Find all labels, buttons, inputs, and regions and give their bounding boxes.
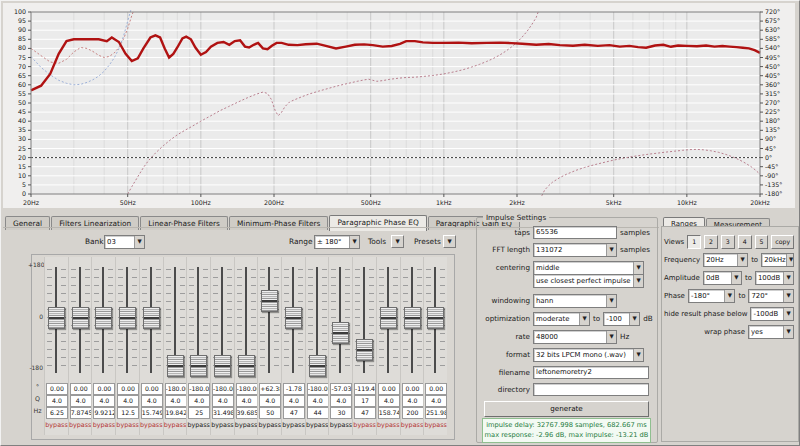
- bypass-toggle[interactable]: bypass: [92, 420, 115, 430]
- eq-slider-handle[interactable]: [167, 355, 184, 377]
- eq-q-value[interactable]: 4.0: [236, 395, 258, 407]
- eq-hz-value[interactable]: 39.685: [236, 407, 258, 419]
- bypass-toggle[interactable]: bypass: [401, 420, 424, 430]
- eq-hz-value[interactable]: 47: [283, 407, 305, 419]
- eq-deg-value[interactable]: 0.00: [402, 383, 424, 395]
- eq-deg-value[interactable]: 0.00: [117, 383, 139, 395]
- eq-hz-value[interactable]: 200: [402, 407, 424, 419]
- eq-deg-value[interactable]: -1.78: [283, 383, 305, 395]
- tools-menu-button[interactable]: ▼: [391, 235, 404, 248]
- bypass-toggle[interactable]: bypass: [353, 420, 376, 430]
- eq-phase-slider[interactable]: [401, 263, 424, 377]
- eq-phase-slider[interactable]: [211, 263, 234, 377]
- bypass-toggle[interactable]: bypass: [282, 420, 305, 430]
- eq-hz-value[interactable]: 44: [307, 407, 329, 419]
- bypass-toggle[interactable]: bypass: [45, 420, 68, 430]
- eq-hz-value[interactable]: 47: [354, 407, 376, 419]
- eq-hz-value[interactable]: 15.749: [141, 407, 163, 419]
- optimization-select[interactable]: moderate▼: [533, 312, 590, 326]
- bypass-toggle[interactable]: bypass: [140, 420, 163, 430]
- eq-slider-handle[interactable]: [356, 339, 373, 361]
- eq-q-value[interactable]: 4.0: [425, 395, 447, 407]
- bypass-toggle[interactable]: bypass: [211, 420, 234, 430]
- bypass-toggle[interactable]: bypass: [377, 420, 400, 430]
- amplitude-max-select[interactable]: 100dB▼: [755, 271, 794, 285]
- eq-deg-value[interactable]: -180.00: [165, 383, 187, 395]
- eq-phase-slider[interactable]: [282, 263, 305, 377]
- bypass-toggle[interactable]: bypass: [164, 420, 187, 430]
- eq-q-value[interactable]: 4.0: [330, 395, 352, 407]
- eq-q-value[interactable]: 4.0: [188, 395, 210, 407]
- eq-deg-value[interactable]: -180.00: [236, 383, 258, 395]
- eq-q-value[interactable]: 4.0: [141, 395, 163, 407]
- eq-slider-handle[interactable]: [332, 322, 349, 344]
- bypass-toggle[interactable]: bypass: [329, 420, 352, 430]
- eq-deg-value[interactable]: 0.00: [425, 383, 447, 395]
- presets-menu-button[interactable]: ▼: [443, 235, 456, 248]
- eq-slider-handle[interactable]: [190, 355, 207, 377]
- view-button-4[interactable]: 4: [738, 235, 752, 249]
- eq-q-value[interactable]: 4.0: [283, 395, 305, 407]
- eq-hz-value[interactable]: 7.8745: [70, 407, 92, 419]
- eq-deg-value[interactable]: -119.41: [354, 383, 376, 395]
- eq-slider-handle[interactable]: [261, 290, 278, 312]
- bypass-toggle[interactable]: bypass: [116, 420, 139, 430]
- eq-hz-value[interactable]: 6.25: [46, 407, 68, 419]
- eq-deg-value[interactable]: -57.03: [330, 383, 352, 395]
- eq-phase-slider[interactable]: [235, 263, 258, 377]
- eq-deg-value[interactable]: -180.00: [307, 383, 329, 395]
- eq-phase-slider[interactable]: [45, 263, 68, 377]
- bypass-toggle[interactable]: bypass: [235, 420, 258, 430]
- phase-max-select[interactable]: 720°▼: [748, 289, 794, 303]
- phase-min-select[interactable]: -180°▼: [688, 289, 736, 303]
- frequency-min-select[interactable]: 20Hz▼: [703, 253, 748, 267]
- view-copy-button[interactable]: copy: [771, 235, 794, 249]
- eq-deg-value[interactable]: 0.00: [93, 383, 115, 395]
- eq-q-value[interactable]: 4.0: [307, 395, 329, 407]
- view-button-5[interactable]: 5: [755, 235, 769, 249]
- eq-phase-slider[interactable]: [424, 263, 447, 377]
- eq-hz-value[interactable]: 9.9212: [93, 407, 115, 419]
- taps-input[interactable]: 65536: [533, 226, 617, 239]
- optimization-db-select[interactable]: -100▼: [603, 312, 640, 326]
- eq-phase-slider[interactable]: [116, 263, 139, 377]
- eq-q-value[interactable]: 4.0: [259, 395, 281, 407]
- bypass-toggle[interactable]: bypass: [69, 420, 92, 430]
- eq-slider-handle[interactable]: [48, 307, 65, 329]
- eq-phase-slider[interactable]: [187, 263, 210, 377]
- eq-slider-handle[interactable]: [119, 307, 136, 329]
- eq-deg-value[interactable]: +62.38: [259, 383, 281, 395]
- eq-slider-handle[interactable]: [95, 307, 112, 329]
- rate-select[interactable]: 48000▼: [533, 330, 617, 344]
- eq-q-value[interactable]: 4.0: [402, 395, 424, 407]
- eq-q-value[interactable]: 4.0: [70, 395, 92, 407]
- eq-phase-slider[interactable]: [92, 263, 115, 377]
- bank-select[interactable]: 03▼: [104, 235, 145, 249]
- eq-q-value[interactable]: 4.0: [165, 395, 187, 407]
- eq-slider-handle[interactable]: [214, 355, 231, 377]
- frequency-max-select[interactable]: 20kHz▼: [761, 253, 794, 267]
- view-button-2[interactable]: 2: [704, 235, 718, 249]
- bypass-toggle[interactable]: bypass: [187, 420, 210, 430]
- eq-q-value[interactable]: 4.0: [93, 395, 115, 407]
- eq-phase-slider[interactable]: [329, 263, 352, 377]
- format-select[interactable]: 32 bits LPCM mono (.wav)▼: [533, 348, 644, 362]
- eq-deg-value[interactable]: 0.00: [378, 383, 400, 395]
- eq-hz-value[interactable]: 251.98: [425, 407, 447, 419]
- bypass-toggle[interactable]: bypass: [306, 420, 329, 430]
- eq-phase-slider[interactable]: [258, 263, 281, 377]
- range-select[interactable]: ± 180°▼: [314, 235, 360, 249]
- windowing-select[interactable]: hann▼: [533, 294, 617, 308]
- eq-slider-handle[interactable]: [72, 307, 89, 329]
- generate-button[interactable]: generate: [484, 401, 649, 417]
- eq-deg-value[interactable]: 0.00: [141, 383, 163, 395]
- eq-slider-handle[interactable]: [380, 307, 397, 329]
- eq-slider-handle[interactable]: [238, 355, 255, 377]
- eq-phase-slider[interactable]: [69, 263, 92, 377]
- eq-slider-handle[interactable]: [404, 307, 421, 329]
- eq-q-value[interactable]: 4.0: [378, 395, 400, 407]
- directory-input[interactable]: [533, 383, 649, 396]
- eq-deg-value[interactable]: -180.00: [188, 383, 210, 395]
- wrap-phase-select[interactable]: yes▼: [748, 325, 794, 339]
- eq-deg-value[interactable]: 0.00: [46, 383, 68, 395]
